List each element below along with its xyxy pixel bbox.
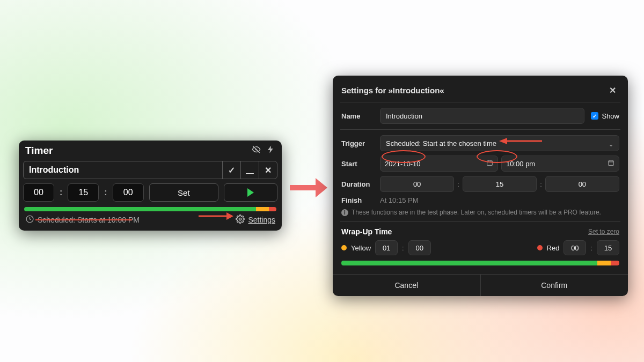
- colon: :: [104, 188, 107, 197]
- annotation-ellipse: [382, 150, 426, 163]
- check-icon[interactable]: ✓: [222, 161, 240, 179]
- play-icon: [247, 188, 254, 197]
- duration-label: Duration: [341, 180, 374, 188]
- colon: :: [402, 244, 404, 252]
- annotation-underline: [35, 219, 132, 220]
- info-text: These functions are in the test phase. L…: [352, 209, 601, 216]
- clock-icon: [25, 215, 34, 225]
- annotation-ellipse: [477, 150, 517, 163]
- svg-marker-9: [499, 138, 507, 144]
- name-field[interactable]: Introduction: [380, 108, 584, 124]
- start-time-field[interactable]: 10:00 pm: [501, 156, 619, 172]
- show-label: Show: [602, 112, 619, 120]
- progress-bar: [341, 261, 619, 265]
- colon: :: [590, 244, 592, 252]
- yellow-minutes-field[interactable]: 01: [375, 240, 398, 255]
- lightning-icon[interactable]: [266, 145, 275, 157]
- chevron-down-icon: ⌄: [609, 141, 613, 148]
- timer-item-label: Introduction: [24, 161, 222, 179]
- colon: :: [540, 180, 542, 188]
- annotation-arrow-icon: [290, 177, 327, 198]
- close-icon[interactable]: ✕: [606, 84, 619, 97]
- colon: :: [457, 180, 459, 188]
- set-button[interactable]: Set: [149, 183, 218, 202]
- annotation-arrow-icon: [499, 137, 542, 145]
- seconds-field[interactable]: 00: [113, 183, 144, 202]
- timer-widget: Timer Introduction ✓ _ ✕ 00 : 15 : 00 Se…: [19, 141, 282, 231]
- svg-point-1: [239, 218, 241, 220]
- play-button[interactable]: [224, 183, 277, 202]
- info-icon: i: [341, 209, 348, 216]
- hours-field[interactable]: 00: [23, 183, 54, 202]
- yellow-seconds-field[interactable]: 00: [408, 240, 431, 255]
- red-dot-icon: [537, 245, 543, 250]
- wrapup-title: Wrap-Up Time: [341, 227, 392, 236]
- timer-title: Timer: [25, 145, 53, 157]
- svg-marker-5: [316, 178, 327, 197]
- duration-seconds-field[interactable]: 00: [545, 176, 619, 192]
- finish-label: Finish: [341, 196, 374, 204]
- yellow-label: Yellow: [351, 244, 371, 252]
- settings-dialog: Settings for »Introduction« ✕ Name Intro…: [333, 76, 628, 296]
- finish-value: At 10:15 PM: [380, 196, 419, 204]
- close-icon[interactable]: ✕: [259, 161, 277, 179]
- red-label: Red: [547, 244, 560, 252]
- yellow-dot-icon: [341, 245, 347, 250]
- set-to-zero-link[interactable]: Set to zero: [588, 228, 619, 235]
- calendar-icon: [608, 159, 614, 168]
- svg-marker-3: [226, 212, 233, 220]
- colon: :: [60, 188, 62, 197]
- duration-minutes-field[interactable]: 15: [463, 176, 537, 192]
- minutes-field[interactable]: 15: [68, 183, 99, 202]
- duration-hours-field[interactable]: 00: [380, 176, 454, 192]
- name-label: Name: [341, 112, 374, 120]
- progress-bar: [24, 207, 276, 211]
- gear-icon: [236, 215, 245, 225]
- red-minutes-field[interactable]: 00: [564, 240, 586, 255]
- annotation-arrow-icon: [199, 211, 233, 221]
- trigger-label: Trigger: [341, 139, 374, 147]
- trigger-value: Scheduled: Start at the chosen time: [386, 139, 496, 147]
- eye-off-icon[interactable]: [252, 145, 261, 157]
- settings-link[interactable]: Settings: [248, 216, 275, 224]
- red-seconds-field[interactable]: 15: [597, 240, 619, 255]
- cancel-button[interactable]: Cancel: [333, 275, 480, 296]
- svg-rect-7: [609, 161, 614, 166]
- dialog-title: Settings for »Introduction«: [341, 86, 444, 95]
- start-label: Start: [341, 160, 374, 168]
- confirm-button[interactable]: Confirm: [480, 275, 628, 296]
- show-checkbox[interactable]: ✓: [591, 112, 598, 120]
- minimize-icon[interactable]: _: [240, 161, 259, 179]
